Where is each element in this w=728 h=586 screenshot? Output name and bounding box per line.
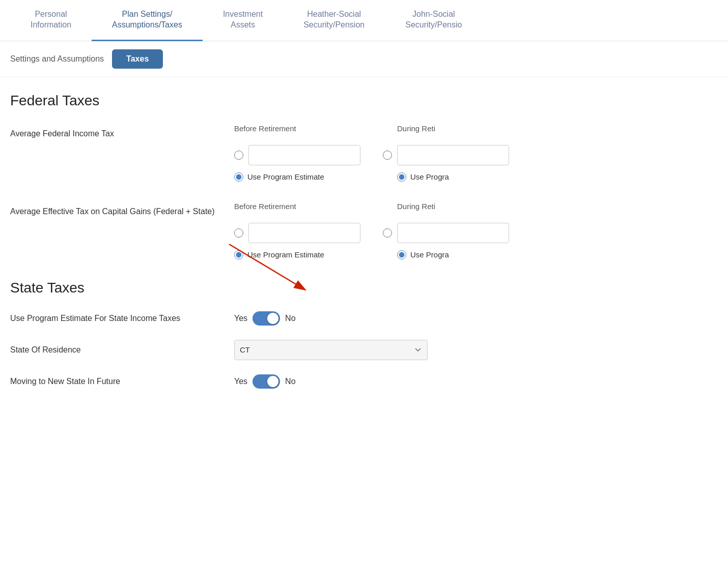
moving-to-new-state-row: Moving to New State In Future Yes No bbox=[10, 374, 718, 389]
capital-gains-tax-label: Average Effective Tax on Capital Gains (… bbox=[10, 202, 224, 217]
before-retirement-header-1: Before Retirement bbox=[234, 124, 377, 133]
state-income-tax-toggle-thumb bbox=[267, 313, 278, 324]
fed-income-use-program-row: Use Program Estimate Use Progra bbox=[234, 172, 540, 182]
state-income-tax-toggle-track bbox=[253, 311, 280, 326]
tab-john-social[interactable]: John-Social Security/Pensio bbox=[385, 0, 482, 41]
main-content: Federal Taxes Average Federal Income Tax… bbox=[0, 77, 728, 423]
federal-income-tax-row: Average Federal Income Tax Before Retire… bbox=[10, 124, 718, 182]
capital-gains-during-group bbox=[383, 223, 525, 243]
capital-gains-tax-controls: Before Retirement During Reti bbox=[234, 202, 540, 259]
state-income-tax-toggle-group: Yes No bbox=[234, 311, 296, 326]
fed-income-during-input[interactable] bbox=[397, 145, 509, 165]
state-income-tax-estimate-row: Use Program Estimate For State Income Ta… bbox=[10, 311, 718, 326]
tab-plan-settings[interactable]: Plan Settings/ Assumptions/Taxes bbox=[92, 0, 203, 41]
moving-to-new-state-yes-label: Yes bbox=[234, 377, 247, 386]
fed-income-use-program-during-radio[interactable] bbox=[397, 172, 406, 182]
moving-to-new-state-no-label: No bbox=[285, 377, 295, 386]
cap-gains-use-program-during-label: Use Progra bbox=[410, 250, 449, 259]
settings-assumptions-label: Settings and Assumptions bbox=[10, 54, 104, 64]
moving-to-new-state-toggle-track bbox=[253, 374, 280, 389]
cap-gains-during-input[interactable] bbox=[397, 223, 509, 243]
federal-income-tax-controls: Before Retirement During Reti bbox=[234, 124, 540, 182]
capital-gains-before-group bbox=[234, 223, 377, 243]
moving-to-new-state-label: Moving to New State In Future bbox=[10, 377, 224, 386]
fed-income-use-program-during: Use Progra bbox=[397, 172, 540, 182]
state-taxes-section: State Taxes Use Program Estimate For Sta… bbox=[10, 280, 718, 389]
cap-gains-use-program-before: Use Program Estimate bbox=[234, 250, 377, 259]
cap-gains-during-radio[interactable] bbox=[383, 228, 392, 238]
during-retirement-input-group-1 bbox=[383, 145, 525, 165]
before-retirement-header-2: Before Retirement bbox=[234, 202, 377, 211]
cap-gains-use-program-during: Use Progra bbox=[397, 250, 540, 259]
tab-heather-social[interactable]: Heather-Social Security/Pension bbox=[283, 0, 385, 41]
federal-taxes-title: Federal Taxes bbox=[10, 93, 718, 109]
taxes-button[interactable]: Taxes bbox=[112, 49, 163, 69]
capital-gains-tax-row: Average Effective Tax on Capital Gains (… bbox=[10, 202, 718, 259]
state-of-residence-select[interactable]: CT CA NY TX FL bbox=[234, 340, 428, 360]
fed-income-use-program-before-label: Use Program Estimate bbox=[247, 172, 324, 181]
fed-income-use-program-during-label: Use Progra bbox=[410, 172, 449, 181]
state-of-residence-label: State Of Residence bbox=[10, 345, 224, 355]
state-taxes-title: State Taxes bbox=[10, 280, 718, 296]
moving-to-new-state-toggle-thumb bbox=[267, 376, 278, 387]
cap-gains-use-program-during-radio[interactable] bbox=[397, 250, 406, 259]
sub-tab-bar: Settings and Assumptions Taxes bbox=[0, 41, 728, 77]
state-income-tax-yes-label: Yes bbox=[234, 314, 247, 323]
fed-income-use-program-before: Use Program Estimate bbox=[234, 172, 377, 182]
during-retirement-header-2: During Reti bbox=[397, 202, 540, 211]
cap-gains-use-program-row: Use Program Estimate Use Progra bbox=[234, 250, 540, 259]
moving-to-new-state-toggle[interactable] bbox=[253, 374, 280, 389]
fed-income-during-radio[interactable] bbox=[383, 151, 392, 160]
cap-gains-use-program-before-radio[interactable] bbox=[234, 250, 243, 259]
capital-gains-input-row bbox=[234, 223, 540, 243]
cap-gains-use-program-before-label: Use Program Estimate bbox=[247, 250, 324, 259]
nav-tabs: Personal Information Plan Settings/ Assu… bbox=[0, 0, 728, 41]
state-income-tax-no-label: No bbox=[285, 314, 295, 323]
state-income-tax-estimate-label: Use Program Estimate For State Income Ta… bbox=[10, 314, 224, 323]
before-retirement-input-group-1 bbox=[234, 145, 377, 165]
moving-to-new-state-toggle-group: Yes No bbox=[234, 374, 296, 389]
during-retirement-header-1: During Reti bbox=[397, 124, 540, 133]
tab-investment-assets[interactable]: Investment Assets bbox=[203, 0, 283, 41]
state-of-residence-row: State Of Residence CT CA NY TX FL bbox=[10, 340, 718, 360]
cap-gains-before-radio[interactable] bbox=[234, 228, 243, 238]
cap-gains-before-input[interactable] bbox=[248, 223, 360, 243]
federal-income-tax-input-row bbox=[234, 145, 540, 165]
fed-income-before-radio[interactable] bbox=[234, 151, 243, 160]
fed-income-before-input[interactable] bbox=[248, 145, 360, 165]
state-income-tax-toggle[interactable] bbox=[253, 311, 280, 326]
federal-income-tax-label: Average Federal Income Tax bbox=[10, 124, 224, 139]
tab-personal-info[interactable]: Personal Information bbox=[10, 0, 92, 41]
fed-income-use-program-before-radio[interactable] bbox=[234, 172, 243, 182]
